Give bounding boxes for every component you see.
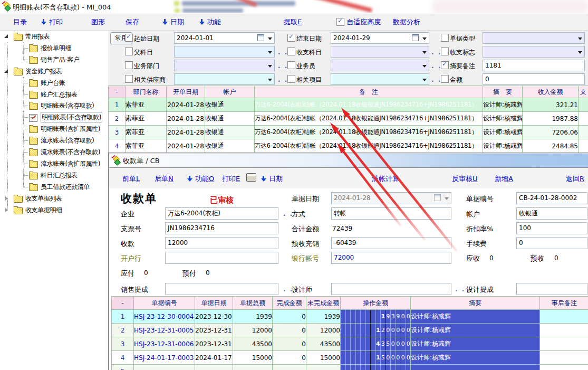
filter-checkbox-0-0[interactable] <box>125 34 133 42</box>
tree-item-label[interactable]: 资金账户报表 <box>25 65 62 77</box>
settlement-row[interactable]: 1HSJ-23-12-30-00042023-12-30193901939193… <box>112 310 588 324</box>
printer-icon[interactable] <box>246 173 256 182</box>
cell[interactable] <box>579 98 588 112</box>
toolbar-catalog[interactable]: 目录 <box>13 17 27 27</box>
tree-item-11[interactable]: 流水账表(含扩展属性) <box>0 158 108 169</box>
cell[interactable]: 收银通 <box>205 126 255 139</box>
add-new-button[interactable]: 新增A <box>495 174 513 184</box>
tree-item-12[interactable]: 科目汇总报表 <box>0 169 108 181</box>
cell[interactable]: HSJ-23-12-31-0006 <box>134 337 195 351</box>
cell[interactable] <box>579 112 588 126</box>
cell[interactable]: 4 <box>109 139 126 153</box>
filter-select-0-2[interactable] <box>483 32 585 44</box>
cell[interactable]: 2023-12-30 <box>195 310 233 324</box>
cell[interactable]: 设计师:杨彧辉 <box>483 112 523 126</box>
filter-checkbox-2-0[interactable] <box>125 61 133 69</box>
functions-menu-button[interactable]: 功能O <box>187 174 214 184</box>
filter-select-1-1[interactable] <box>331 46 429 58</box>
cell[interactable]: 收银通 <box>205 112 255 126</box>
filter-select-2-1[interactable] <box>331 60 429 71</box>
cell[interactable]: 2023-12-31 <box>195 324 233 337</box>
cell[interactable]: 1 <box>112 310 134 324</box>
cell[interactable]: 收银通 <box>205 139 255 153</box>
cell[interactable]: 3 <box>109 126 126 139</box>
date-menu-button[interactable]: 日期 <box>261 174 283 184</box>
tree-item-label[interactable]: 流水账表(含扩展属性) <box>41 158 100 169</box>
cell[interactable]: HSJ-23-12-30-0004 <box>134 310 195 324</box>
settlement-row[interactable]: 5 <box>112 365 588 370</box>
tree-item-14[interactable]: 收支单据列表 <box>0 193 108 204</box>
after-note-cell[interactable] <box>540 365 588 370</box>
doc-no-field[interactable]: CB-24-01-28-0002 <box>516 192 587 204</box>
dropdown-caret-icon[interactable] <box>268 79 272 81</box>
tree-item-10[interactable]: 流水账表(不含存取款) <box>0 146 108 158</box>
summary-cell[interactable]: 设计师:杨彧辉 <box>411 310 540 324</box>
cell[interactable]: 5 <box>112 365 134 370</box>
back-button[interactable]: 返回R <box>566 174 584 184</box>
cell[interactable]: 12000 <box>306 324 341 337</box>
cell[interactable]: 15000 <box>233 351 273 365</box>
discount-field[interactable]: 100 <box>516 222 587 234</box>
filter-checkbox-2-1[interactable] <box>287 61 295 69</box>
amount-digit-grid[interactable] <box>341 365 411 370</box>
cell[interactable]: 2484.85 <box>523 139 579 153</box>
table-row[interactable]: 3索菲亚2024-01-28收银通万达6-2004(衣柜)结帐（2024.01.… <box>109 126 588 139</box>
cell[interactable]: 43500 <box>306 337 341 351</box>
settlement-row[interactable]: 3HSJ-23-12-31-00062023-12-31435000435004… <box>112 337 588 351</box>
tree-item-label[interactable]: 常用报表 <box>25 31 50 42</box>
tree-item-label[interactable]: 明细账表(不含存取款) <box>41 112 102 122</box>
cell[interactable]: 2 <box>109 112 126 126</box>
cell[interactable] <box>233 365 273 370</box>
method-field[interactable]: 转帐 <box>331 207 451 220</box>
summary-cell[interactable]: 设计师:杨彧辉 <box>411 337 540 351</box>
summary-cell[interactable]: 设计师:杨彧辉 <box>411 351 540 365</box>
calendar-icon[interactable] <box>412 34 419 41</box>
filter-select-2-0[interactable] <box>174 60 275 71</box>
dropdown-caret-icon[interactable] <box>422 37 427 40</box>
filter-select-3-0[interactable] <box>174 73 275 85</box>
cell[interactable]: 2024-01-28 <box>167 139 205 153</box>
cell[interactable]: 15000 <box>306 351 341 365</box>
toolbar-date[interactable]: 日期 <box>162 17 184 27</box>
cell[interactable]: 43500 <box>233 337 273 351</box>
cell[interactable] <box>579 139 588 153</box>
filter-date-0-1[interactable]: 2024-01-29 <box>331 32 429 44</box>
filter-checkbox-0-2[interactable] <box>441 34 449 42</box>
cell[interactable]: 0 <box>273 324 306 337</box>
company-field[interactable]: 万达6-2004(衣柜) <box>165 207 278 220</box>
cell[interactable] <box>134 365 195 370</box>
amount-digit-grid[interactable]: 4350000 <box>341 337 411 351</box>
expand-icon[interactable] <box>5 196 8 201</box>
filter-checkbox-1-1[interactable] <box>287 48 295 55</box>
cell[interactable]: 321.21 <box>523 98 579 112</box>
dropdown-caret-icon[interactable] <box>422 79 427 81</box>
cell[interactable]: 万达6-2004(衣柜)结帐（2024.01.18收银能通JN198623471… <box>255 139 483 153</box>
toolbar-data-analysis[interactable]: 数据分析 <box>393 17 420 27</box>
cell[interactable]: 2024-01-28 <box>167 126 205 139</box>
checkbox-icon[interactable] <box>336 18 344 26</box>
cell[interactable]: 万达6-2004(衣柜)结帐（2024.01.18收银能通JN198623471… <box>255 112 483 126</box>
settlement-row[interactable]: 2HSJ-23-12-31-00052023-12-31120000120001… <box>112 324 588 337</box>
filter-checkbox-1-2[interactable] <box>441 48 449 55</box>
lookup-dots[interactable]: . . <box>455 286 465 293</box>
clear-account-calc-button[interactable]: 清帐计算 <box>372 174 399 184</box>
cell[interactable]: 0 <box>273 337 306 351</box>
table-row[interactable]: 2索菲亚2024-01-28收银通万达6-2004(衣柜)结帐（2024.01.… <box>109 112 588 126</box>
expand-icon[interactable] <box>5 208 8 212</box>
dropdown-caret-icon[interactable] <box>578 37 582 40</box>
cell[interactable]: 0 <box>273 310 306 324</box>
toolbar-graph[interactable]: 图形 <box>91 17 105 27</box>
dropdown-caret-icon[interactable] <box>268 51 272 54</box>
cell[interactable] <box>579 126 588 139</box>
tree-item-label[interactable]: 流水账表(含存取款) <box>41 135 94 146</box>
filter-input-2-2[interactable]: 1181 <box>483 60 585 71</box>
filter-select-3-1[interactable] <box>331 73 429 85</box>
cell[interactable]: 0 <box>273 351 306 365</box>
cell[interactable] <box>306 365 341 370</box>
cell[interactable]: 设计师:杨彧辉 <box>483 98 523 112</box>
tree-item-2[interactable]: 销售产品-客户 <box>0 54 108 65</box>
dropdown-caret-icon[interactable] <box>578 51 582 54</box>
filter-checkbox-3-1[interactable] <box>287 75 295 83</box>
filter-input-3-2[interactable]: 0 <box>483 73 585 85</box>
tree-item-5[interactable]: 账户汇总报表 <box>0 89 108 100</box>
